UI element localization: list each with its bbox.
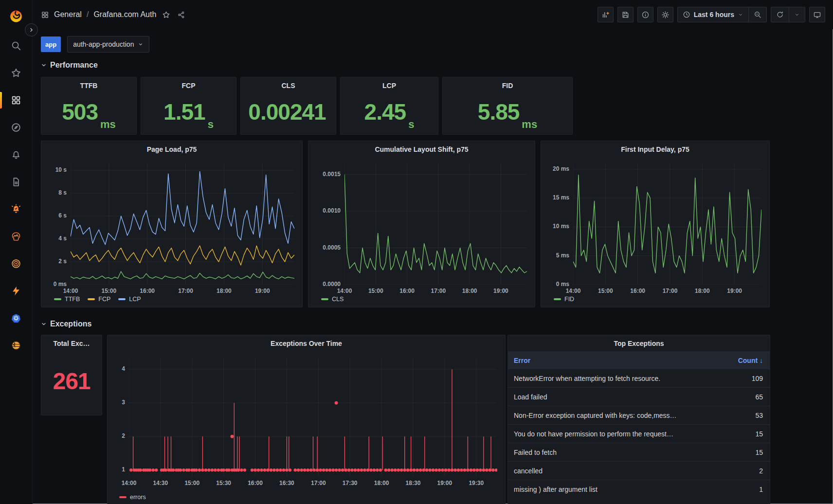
count-cell: 2: [700, 467, 770, 475]
x-axis-label: 14:00: [63, 288, 78, 294]
panel-title[interactable]: Total Exc…: [41, 335, 102, 347]
count-cell: 109: [700, 375, 770, 382]
page-title: Grafana.com Auth: [93, 10, 156, 19]
sidebar-item-profiles[interactable]: [0, 277, 32, 305]
panel-title[interactable]: Page Load, p75: [41, 141, 302, 153]
legend-label: FCP: [98, 296, 110, 303]
column-header-count[interactable]: Count ↓: [700, 357, 770, 364]
count-cell: 53: [700, 412, 770, 419]
document-icon: [11, 177, 21, 187]
sidebar-item-explore[interactable]: [0, 114, 32, 141]
sidebar-item-docs[interactable]: [0, 168, 32, 196]
y-axis-label: 2 s: [46, 258, 67, 265]
sidebar-item-kubernetes[interactable]: [0, 305, 32, 332]
zoom-out-icon: [754, 11, 761, 18]
refresh-interval-dropdown[interactable]: [789, 7, 805, 22]
x-axis-label: 15:00: [184, 480, 199, 486]
oncall-bell-icon: [11, 204, 21, 215]
refresh-dashboard-button[interactable]: [771, 7, 789, 22]
app-variable-dropdown[interactable]: auth-app-production: [67, 36, 149, 53]
plot-fid[interactable]: [573, 163, 761, 285]
legend-item[interactable]: LCP: [118, 296, 141, 303]
clock-icon: [683, 11, 690, 18]
chart-area: 0 ms5 ms10 ms15 ms20 ms14:0015:0016:0017…: [546, 158, 764, 285]
sidebar-item-search[interactable]: [0, 32, 32, 59]
adhoc-filter-key[interactable]: app: [41, 36, 61, 52]
y-axis-label: 0.0015: [313, 171, 341, 178]
sidebar-item-incident[interactable]: [0, 250, 32, 277]
time-range-picker[interactable]: Last 6 hours: [678, 7, 748, 22]
stats-row: TTFB 503ms FCP 1.51s CLS 0.00241 LCP 2.4…: [41, 77, 833, 135]
error-cell: Non-Error exception captured with keys: …: [508, 412, 700, 419]
sidebar-item-oncall[interactable]: [0, 196, 32, 223]
gear-icon: [661, 11, 670, 19]
chart-area: 0.00000.00050.00100.001514:0015:0016:001…: [313, 158, 530, 285]
x-axis-label: 19:00: [727, 288, 742, 294]
chevron-down-icon: [138, 41, 144, 47]
stat-panel-cls: CLS 0.00241: [240, 77, 336, 135]
section-title-performance: Performance: [50, 61, 98, 70]
stat-title[interactable]: FCP: [182, 77, 196, 90]
grafana-logo-icon: [9, 9, 23, 23]
x-axis-label: 14:00: [337, 288, 352, 294]
sidebar-expand-button[interactable]: [25, 23, 38, 36]
panel-title[interactable]: Cumulative Layout Shift, p75: [308, 141, 535, 153]
y-axis-label: 6 s: [46, 212, 67, 219]
table-row: Failed to fetch15: [508, 443, 770, 461]
y-axis-label: 4 s: [46, 235, 67, 242]
dashboard-settings-button[interactable]: [657, 7, 673, 22]
stat-title[interactable]: FID: [502, 77, 513, 90]
panel-title[interactable]: Top Exceptions: [508, 335, 770, 347]
stat-title[interactable]: LCP: [382, 77, 396, 90]
x-axis-label: 14:00: [566, 288, 581, 294]
chevron-down-icon: [738, 12, 743, 18]
stat-panel-ttfb: TTFB 503ms: [41, 77, 137, 135]
x-axis-label: 15:00: [368, 288, 383, 294]
legend-label: LCP: [129, 296, 141, 303]
share-icon: [177, 11, 185, 19]
star-icon: [162, 11, 170, 19]
panel-title[interactable]: First Input Delay, p75: [541, 141, 769, 153]
legend-item[interactable]: TTFB: [54, 296, 80, 303]
refresh-icon: [776, 11, 784, 18]
x-axis-label: 17:00: [311, 480, 326, 486]
plot-exceptions[interactable]: [129, 358, 497, 477]
save-dashboard-button[interactable]: [617, 7, 634, 22]
share-dashboard-button[interactable]: [176, 10, 186, 20]
x-axis-label: 16:00: [248, 480, 263, 486]
stat-title[interactable]: TTFB: [80, 77, 98, 90]
breadcrumb-section[interactable]: General: [54, 10, 82, 19]
column-header-error[interactable]: Error: [508, 357, 700, 364]
star-dashboard-button[interactable]: [161, 10, 171, 20]
y-axis-label: 3: [112, 399, 125, 406]
sidebar-item-machine-learning[interactable]: [0, 223, 32, 250]
sidebar-item-starred[interactable]: [0, 59, 32, 87]
sidebar-item-dashboards[interactable]: [0, 87, 32, 114]
table-row: Non-Error exception captured with keys: …: [508, 406, 770, 424]
legend-item[interactable]: FCP: [88, 296, 110, 303]
error-cell: Failed to fetch: [508, 449, 700, 456]
stat-value: 1.51: [163, 101, 205, 123]
plot-cls[interactable]: [344, 163, 527, 285]
tv-mode-button[interactable]: [809, 7, 825, 22]
row-toggle-exceptions[interactable]: Exceptions: [41, 318, 833, 330]
zoom-out-time-button[interactable]: [748, 7, 766, 22]
y-axis-label: 20 ms: [546, 165, 569, 172]
x-axis-label: 15:00: [598, 288, 613, 294]
dashboard-insights-button[interactable]: [637, 7, 653, 22]
legend-item[interactable]: errors: [119, 494, 146, 501]
sidebar-item-synthetics[interactable]: [0, 332, 32, 359]
panel-exceptions-over-time: Exceptions Over Time 123414:0014:3015:00…: [107, 335, 506, 504]
row-toggle-performance[interactable]: Performance: [41, 59, 833, 71]
add-panel-button[interactable]: [598, 7, 614, 22]
plot-page-load[interactable]: [71, 163, 294, 285]
legend-item[interactable]: FID: [554, 296, 574, 303]
stat-title[interactable]: CLS: [282, 77, 295, 90]
chevron-right-icon: [28, 27, 35, 33]
y-axis-label: 0 ms: [546, 281, 569, 288]
sidebar-item-alerting[interactable]: [0, 141, 32, 168]
stat-panel-lcp: LCP 2.45s: [340, 77, 438, 135]
panel-title[interactable]: Exceptions Over Time: [108, 335, 505, 347]
globe-icon: [11, 340, 21, 351]
legend-item[interactable]: CLS: [321, 296, 344, 303]
